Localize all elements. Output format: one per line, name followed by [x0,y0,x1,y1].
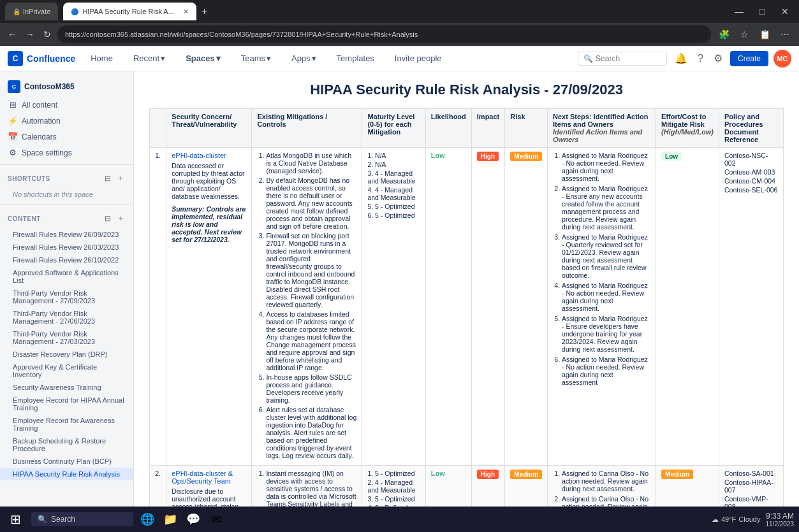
page-item-4[interactable]: Third-Party Vendor Risk Management - 27/… [0,287,133,307]
extensions-button[interactable]: 🧩 [715,25,733,43]
confluence-logo: C Confluence [8,51,75,66]
taskbar-search-icon: 🔍 [38,515,47,524]
page-item-9[interactable]: Security Awareness Training [0,381,133,394]
favorites-button[interactable]: ☆ [735,25,753,43]
weather-icon: ☁ [712,515,719,524]
search-input[interactable] [596,54,661,63]
sidebar-item-label: All content [22,101,57,110]
active-tab[interactable]: 🔵 HIPAA Security Rule Risk A... ✕ [63,3,196,20]
maturity-item: 2. 4 - Managed and Measurable [367,478,420,494]
next-step-item: Assigned to Maria Rodriguez - No action … [562,152,650,182]
page-item-3[interactable]: Approved Software & Applications List [0,266,133,287]
inprivate-tab[interactable]: 🔒 InPrivate [5,3,58,20]
logo-text: Confluence [27,54,75,64]
back-button[interactable]: ← [5,27,19,42]
taskbar-edge-icon[interactable]: 🌐 [138,510,156,528]
threat-link[interactable]: ePHI-data-cluster [172,152,226,159]
taskbar-clock: 9:33 AM 11/2/2023 [766,512,795,528]
next-step-item: Assigned to Maria Rodriguez - No action … [562,282,650,312]
page-item-14[interactable]: HIPAA Security Rule Risk Analysis [0,468,133,480]
sidebar-divider-2 [0,205,133,205]
next-step-item: Assigned to Maria Rodriguez - Quarterly … [562,233,650,279]
taskbar-mail-icon[interactable]: ✉ [207,510,225,528]
header-maturity: Maturity Level (0-5) for each Mitigation [362,109,425,148]
sidebar-item-space-settings[interactable]: ⚙ Space settings [0,145,133,161]
page-item-11[interactable]: Employee Record for Awareness Training [0,414,133,435]
address-bar[interactable] [57,25,711,43]
page-item-10[interactable]: Employee Record for HIPAA Annual Trainin… [0,394,133,414]
page-item-8[interactable]: Approved Key & Certificate Inventory [0,361,133,381]
mitigation-item: Firewall set on blocking port 27017. Mon… [266,232,356,308]
likelihood-cell: Low [425,148,471,466]
header-impact: Impact [471,109,504,148]
sidebar-item-calendars[interactable]: 📅 Calendars [0,129,133,145]
taskbar-explorer-icon[interactable]: 📁 [161,510,179,528]
shortcuts-header: SHORTCUTS ⊟ + [0,169,133,188]
threat-desc: Data accessed or corrupted by threat act… [172,162,246,200]
nav-recent[interactable]: Recent▾ [128,51,170,66]
taskbar-teams-icon[interactable]: 💬 [184,510,202,528]
nav-apps[interactable]: Apps▾ [286,51,321,66]
mitigation-item: Alert rules set at database cluster leve… [266,406,356,459]
sidebar-item-all-content[interactable]: ⊞ All content [0,97,133,113]
page-item-5[interactable]: Third-Party Vendor Risk Management - 27/… [0,307,133,327]
mitigation-item: In-house apps follow SSDLC process and g… [266,373,356,404]
nav-invite[interactable]: Invite people [390,51,447,66]
page-item-13[interactable]: Business Continuity Plan (BCP) [0,455,133,468]
page-item-2[interactable]: Firewall Rules Review 26/10/2022 [0,254,133,266]
nav-teams[interactable]: Teams▾ [236,51,276,66]
nav-spaces[interactable]: Spaces▾ [180,51,226,66]
maximize-button[interactable]: □ [753,3,771,20]
policy-ref: Contoso-AM-003 [724,168,778,176]
inprivate-tab-label: InPrivate [23,8,50,15]
maturity-item: 4. 4 - Managed and Measurable [367,186,420,201]
row-num: 1. [150,148,166,466]
taskbar-search-area[interactable]: 🔍 Search [31,512,133,526]
sidebar-item-automation[interactable]: ⚡ Automation [0,113,133,129]
avatar[interactable]: MC [773,50,791,68]
page-item-0[interactable]: Firewall Rules Review 26/09/2023 [0,228,133,241]
header-subtitle: Identified Action Items and Owners [553,128,650,143]
sidebar-workspace[interactable]: C ContosoM365 [0,76,133,97]
page-item-6[interactable]: Third-Party Vendor Risk Management - 27/… [0,327,133,348]
impact-badge: High [477,152,499,161]
policy-cell: Contoso-NSC-002 Contoso-AM-003 Contoso-C… [719,148,783,466]
shortcuts-add-button[interactable]: + [116,171,126,185]
new-tab-button[interactable]: + [202,6,207,17]
create-button[interactable]: Create [730,51,768,66]
settings-button[interactable]: ⋯ [776,25,794,43]
refresh-button[interactable]: ↻ [41,27,54,42]
workspace-icon: C [8,80,20,93]
sidebar-item-label: Space settings [22,148,72,157]
help-button[interactable]: ? [695,50,706,67]
mitigation-item: Access to databases limited based on IP … [266,310,356,371]
content-add-button[interactable]: + [116,212,126,226]
settings-nav-button[interactable]: ⚙ [711,50,725,67]
page-item-7[interactable]: Disaster Recovery Plan (DRP) [0,348,133,361]
sidebar-item-label: Automation [22,117,61,126]
notification-button[interactable]: 🔔 [672,50,690,67]
shortcuts-sort-button[interactable]: ⊟ [102,171,114,185]
maturity-item: 2. N/A [367,161,420,168]
content-sort-button[interactable]: ⊟ [102,212,114,226]
policy-ref: Contoso-SEL-006 [724,186,778,194]
page-item-12[interactable]: Backup Scheduling & Restore Procedure [0,435,133,455]
nav-home[interactable]: Home [85,51,118,66]
shortcuts-label: SHORTCUTS [8,175,50,182]
nextsteps-cell: Assigned to Maria Rodriguez - No action … [548,148,656,466]
forward-button[interactable]: → [23,27,37,42]
minimize-button[interactable]: — [730,3,748,20]
nav-templates[interactable]: Templates [332,51,379,66]
no-shortcuts-text: No shortcuts in this space [0,188,133,201]
threat-link[interactable]: ePHI-data-cluster & Ops/Security Team [172,470,233,485]
tab-close-icon[interactable]: ✕ [183,8,189,16]
header-likelihood: Likelihood [425,109,471,148]
table-row: 1. ePHI-data-cluster Data accessed or co… [150,148,784,466]
taskbar-right: ☁ 49°F Cloudy 9:33 AM 11/2/2023 [712,512,794,528]
page-item-1[interactable]: Firewall Rules Review 26/03/2023 [0,241,133,254]
collections-button[interactable]: 📋 [756,25,773,43]
start-button[interactable]: ⊞ [5,509,26,529]
close-button[interactable]: ✕ [776,3,794,20]
risk-table: Security Concern/ Threat/Vulnerability E… [149,108,784,532]
taskbar-date: 11/2/2023 [766,521,795,528]
